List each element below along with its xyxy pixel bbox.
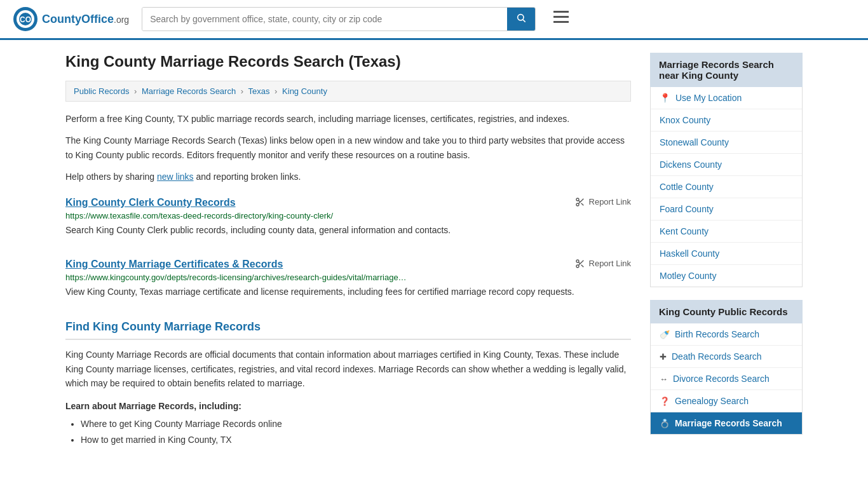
motley-county-link[interactable]: Motley County: [660, 271, 716, 281]
use-location-link[interactable]: Use My Location: [675, 93, 742, 103]
breadcrumb-public-records[interactable]: Public Records: [74, 86, 129, 96]
sidebar-use-location[interactable]: 📍 Use My Location: [651, 87, 802, 109]
svg-point-14: [576, 260, 579, 262]
sidebar-link-knox[interactable]: Knox County: [651, 109, 802, 132]
main-wrapper: King County Marriage Records Search (Tex…: [53, 40, 815, 461]
pin-icon: 📍: [660, 93, 670, 103]
logo-icon: CO: [13, 6, 38, 32]
breadcrumb-texas[interactable]: Texas: [248, 86, 270, 96]
search-input[interactable]: [142, 8, 507, 30]
sidebar-nearby-section: Marriage Records Search near King County…: [650, 53, 803, 287]
svg-line-5: [523, 20, 526, 22]
divorce-records-link[interactable]: Divorce Records Search: [673, 374, 770, 384]
scissors-icon-1: [575, 197, 585, 207]
learn-title: Learn about Marriage Records, including:: [65, 401, 631, 411]
sidebar-link-haskell[interactable]: Haskell County: [651, 243, 802, 265]
knox-county-link[interactable]: Knox County: [660, 115, 710, 125]
dickens-county-link[interactable]: Dickens County: [660, 159, 722, 170]
svg-line-12: [581, 203, 583, 205]
info-paragraph: The King County Marriage Records Search …: [65, 133, 631, 162]
birth-records-link[interactable]: Birth Records Search: [675, 329, 759, 339]
site-header: CO CountyOffice.org: [0, 0, 868, 40]
svg-rect-7: [553, 16, 569, 18]
question-icon: ❓: [660, 396, 670, 406]
sidebar-genealogy[interactable]: ❓ Genealogy Search: [651, 390, 802, 412]
death-records-link[interactable]: Death Records Search: [672, 351, 762, 362]
sidebar-birth-records[interactable]: 🍼 Birth Records Search: [651, 323, 802, 346]
learn-item-2: How to get married in King County, TX: [81, 432, 631, 448]
learn-item-1: Where to get King County Marriage Record…: [81, 416, 631, 432]
rings-icon: 💍: [660, 419, 670, 428]
report-link-button-2[interactable]: Report Link: [575, 259, 631, 269]
cottle-county-link[interactable]: Cottle County: [660, 182, 714, 192]
record-block-2: King County Marriage Certificates & Reco…: [65, 259, 631, 305]
sidebar-divorce-records[interactable]: ↔ Divorce Records Search: [651, 368, 802, 390]
learn-list: Where to get King County Marriage Record…: [65, 416, 631, 448]
baby-icon: 🍼: [660, 330, 670, 339]
sidebar-nearby-header: Marriage Records Search near King County: [650, 53, 803, 87]
sidebar-link-stonewall[interactable]: Stonewall County: [651, 132, 802, 154]
sidebar: Marriage Records Search near King County…: [650, 53, 803, 448]
svg-rect-6: [553, 11, 569, 13]
intro-paragraph: Perform a free King County, TX public ma…: [65, 112, 631, 126]
logo-link[interactable]: CO CountyOffice.org: [13, 6, 129, 32]
page-title: King County Marriage Records Search (Tex…: [65, 53, 631, 71]
new-links-link[interactable]: new links: [157, 172, 194, 182]
sidebar-public-records-section: King County Public Records 🍼 Birth Recor…: [650, 300, 803, 435]
search-button[interactable]: [507, 8, 535, 30]
kent-county-link[interactable]: Kent County: [660, 226, 709, 236]
record-title-1[interactable]: King County Clerk County Records: [65, 197, 236, 208]
scissors-icon-2: [575, 259, 585, 269]
svg-line-17: [581, 265, 583, 268]
breadcrumb-marriage-records[interactable]: Marriage Records Search: [142, 86, 236, 96]
sidebar-death-records[interactable]: ✚ Death Records Search: [651, 346, 802, 368]
sidebar-link-foard[interactable]: Foard County: [651, 198, 802, 220]
sidebar-public-records-header: King County Public Records: [650, 300, 803, 323]
svg-point-15: [576, 265, 579, 268]
haskell-county-link[interactable]: Haskell County: [660, 248, 719, 259]
svg-line-13: [578, 200, 580, 202]
svg-point-4: [518, 15, 524, 20]
report-link-button-1[interactable]: Report Link: [575, 197, 631, 207]
cross-icon: ✚: [660, 352, 667, 362]
find-desc: King County Marriage Records are officia…: [65, 348, 631, 390]
hamburger-icon: [553, 11, 569, 24]
svg-point-9: [576, 198, 579, 201]
record-url-2: https://www.kingcounty.gov/depts/records…: [65, 273, 631, 282]
record-block-1: King County Clerk County Records Report …: [65, 197, 631, 243]
svg-point-10: [576, 203, 579, 206]
sidebar-link-kent[interactable]: Kent County: [651, 220, 802, 243]
sidebar-public-records-links: 🍼 Birth Records Search ✚ Death Records S…: [650, 323, 803, 435]
svg-text:CO: CO: [20, 15, 31, 24]
svg-rect-8: [553, 21, 569, 23]
search-icon: [516, 13, 526, 23]
help-paragraph: Help others by sharing new links and rep…: [65, 170, 631, 184]
breadcrumb-king-county[interactable]: King County: [282, 86, 327, 96]
marriage-records-link[interactable]: Marriage Records Search: [675, 418, 782, 428]
search-container: [142, 7, 536, 31]
content-area: King County Marriage Records Search (Tex…: [65, 53, 631, 448]
menu-button[interactable]: [548, 8, 574, 30]
stonewall-county-link[interactable]: Stonewall County: [660, 137, 729, 147]
breadcrumb: Public Records › Marriage Records Search…: [65, 81, 631, 102]
record-desc-1: Search King County Clerk public records,…: [65, 223, 631, 237]
logo-text: CountyOffice.org: [42, 13, 129, 26]
genealogy-link[interactable]: Genealogy Search: [675, 396, 749, 406]
find-section: Find King County Marriage Records King C…: [65, 320, 631, 448]
find-section-title: Find King County Marriage Records: [65, 320, 631, 340]
sidebar-link-cottle[interactable]: Cottle County: [651, 176, 802, 198]
foard-county-link[interactable]: Foard County: [660, 204, 714, 214]
sidebar-nearby-links: 📍 Use My Location Knox County Stonewall …: [650, 87, 803, 287]
sidebar-marriage-records[interactable]: 💍 Marriage Records Search: [651, 412, 802, 434]
arrows-icon: ↔: [660, 374, 668, 384]
svg-line-18: [578, 262, 580, 264]
sidebar-link-dickens[interactable]: Dickens County: [651, 154, 802, 176]
record-url-1: https://www.texasfile.com/texas-deed-rec…: [65, 211, 631, 220]
sidebar-link-motley[interactable]: Motley County: [651, 265, 802, 287]
record-desc-2: View King County, Texas marriage certifi…: [65, 285, 631, 299]
record-title-2[interactable]: King County Marriage Certificates & Reco…: [65, 259, 283, 270]
